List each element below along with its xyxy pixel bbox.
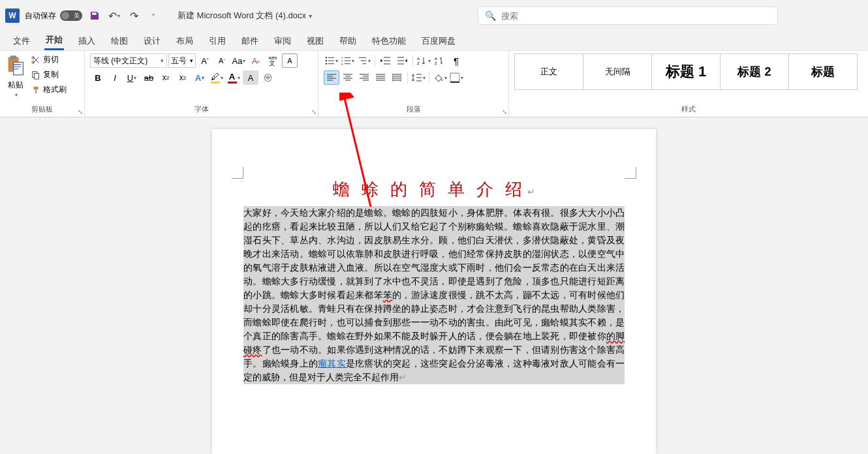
highlight-icon: 🖊 [211, 72, 219, 82]
word-app-icon: W [5, 8, 20, 23]
undo-button[interactable]: ↶▾ [107, 8, 121, 23]
style-heading1[interactable]: 标题 1 [651, 53, 721, 90]
svg-text:1: 1 [341, 57, 343, 59]
search-box[interactable]: 🔍 [478, 7, 778, 25]
numbering-button[interactable]: 123▾ [340, 53, 356, 68]
align-right-button[interactable] [356, 70, 372, 85]
align-justify-button[interactable] [373, 70, 388, 85]
clipboard-group-label: 剪贴板 [5, 104, 79, 115]
tab-references[interactable]: 引用 [208, 33, 227, 50]
svg-text:A: A [417, 57, 420, 61]
qat-customize[interactable]: ⁼ [146, 8, 161, 23]
tab-special[interactable]: 特色功能 [371, 33, 407, 50]
chevron-down-icon: ▾ [190, 57, 193, 64]
multilevel-list-button[interactable]: ▾ [356, 53, 372, 68]
clipboard-dialog-launcher[interactable]: ⤡ [78, 108, 83, 115]
paragraph-dialog-launcher[interactable]: ⤡ [502, 108, 507, 115]
tab-mailings[interactable]: 邮件 [240, 33, 260, 50]
bold-button[interactable]: B [90, 70, 106, 85]
svg-text:Z: Z [417, 61, 420, 65]
sortaz-button[interactable]: AZ▾ [416, 53, 431, 68]
autosave-toggle[interactable]: 自动保存 关 [25, 10, 82, 22]
tab-design[interactable]: 设计 [142, 33, 162, 50]
tab-layout[interactable]: 布局 [175, 33, 194, 50]
autosave-state: 关 [74, 12, 80, 20]
char-border-button[interactable]: A [282, 53, 298, 68]
decrease-indent-button[interactable] [378, 53, 394, 68]
clear-format-button[interactable]: Aᵩ [248, 53, 264, 68]
save-button[interactable] [87, 8, 102, 23]
svg-point-9 [326, 63, 327, 65]
svg-rect-1 [10, 55, 16, 59]
highlight-button[interactable]: 🖊▾ [209, 70, 225, 85]
char-shading-button[interactable]: A [243, 70, 258, 85]
font-dialog-launcher[interactable]: ⤡ [311, 108, 317, 115]
tab-insert[interactable]: 插入 [77, 33, 97, 50]
phonetic-button[interactable]: wén文 [265, 53, 281, 68]
superscript-button[interactable]: x2 [175, 70, 191, 85]
style-no-spacing[interactable]: 无间隔 [583, 53, 652, 90]
show-marks-button[interactable]: ¶ [448, 53, 464, 68]
svg-rect-17 [450, 73, 459, 82]
style-normal[interactable]: 正文 [514, 53, 583, 90]
styles-gallery[interactable]: 正文 无间隔 标题 1 标题 2 标题 [514, 53, 863, 90]
svg-text:3: 3 [341, 63, 343, 65]
format-painter-label: 格式刷 [43, 84, 67, 95]
tab-draw[interactable]: 绘图 [110, 33, 129, 50]
align-center-button[interactable] [340, 70, 356, 85]
increase-indent-button[interactable] [394, 53, 410, 68]
svg-text:Z: Z [435, 61, 437, 65]
bucket-icon [433, 72, 444, 83]
enclose-char-button[interactable]: ㊥ [260, 70, 275, 85]
style-heading[interactable]: 标题 [788, 53, 858, 90]
italic-button[interactable]: I [107, 70, 123, 85]
bullets-button[interactable]: ▾ [324, 53, 339, 68]
font-size-select[interactable]: 五号 ▾ [168, 53, 196, 68]
paragraph-group-label: 段落 [324, 104, 503, 115]
copy-button[interactable]: 复制 [30, 68, 68, 81]
search-icon: 🔍 [485, 10, 496, 21]
strikethrough-button[interactable]: ab [141, 70, 157, 85]
svg-rect-6 [34, 73, 39, 79]
cut-button[interactable]: 剪切 [30, 53, 68, 66]
document-body[interactable]: 大家好，今天给大家介绍的是蟾蜍。蟾蜍的四肢短小，身体肥胖。体表有很。很多大大小小… [243, 206, 625, 384]
ribbon: 粘贴 ▾ 剪切 复制 格式刷 剪贴板 ⤡ [0, 51, 868, 117]
line-spacing-button[interactable]: ▾ [411, 70, 426, 85]
copy-icon [31, 70, 40, 80]
align-left-button[interactable] [324, 70, 339, 85]
shrink-font-button[interactable]: Aˇ [214, 53, 230, 68]
tab-help[interactable]: 帮助 [338, 33, 358, 50]
align-distribute-button[interactable] [389, 70, 405, 85]
sort-button[interactable]: AZ [432, 53, 448, 68]
font-color-button[interactable]: A▾ [226, 70, 241, 85]
tab-view[interactable]: 视图 [305, 33, 325, 50]
font-group-label: 字体 [90, 104, 313, 115]
borders-button[interactable]: ▾ [448, 70, 464, 85]
tab-file[interactable]: 文件 [12, 33, 31, 50]
tab-home[interactable]: 开始 [44, 31, 64, 50]
document-area[interactable]: 蟾蜍的简单介绍↵ 大家好，今天给大家介绍的是蟾蜍。蟾蜍的四肢短小，身体肥胖。体表… [0, 117, 868, 454]
grow-font-button[interactable]: Aˆ [197, 53, 213, 68]
brush-icon [31, 85, 40, 95]
format-painter-button[interactable]: 格式刷 [30, 83, 68, 96]
document-heading[interactable]: 蟾蜍的简单介绍↵ [243, 178, 625, 201]
paste-button[interactable]: 粘贴 ▾ [5, 53, 26, 99]
svg-point-8 [326, 60, 327, 61]
underline-button[interactable]: U▾ [124, 70, 140, 85]
change-case-button[interactable]: Aa▾ [231, 53, 247, 68]
chevron-down-icon: ▾ [15, 92, 18, 98]
document-title-dropdown[interactable]: 新建 Microsoft Word 文档 (4).docx ▾ [178, 10, 312, 22]
subscript-button[interactable]: x2 [158, 70, 174, 85]
crop-mark [232, 167, 243, 179]
text-effects-button[interactable]: A▾ [192, 70, 208, 85]
ribbon-tabs: 文件 开始 插入 绘图 设计 布局 引用 邮件 审阅 视图 帮助 特色功能 百度… [0, 31, 868, 51]
shading-button[interactable]: ▾ [432, 70, 448, 85]
search-input[interactable] [501, 11, 771, 21]
style-heading2[interactable]: 标题 2 [720, 53, 789, 90]
tab-baidu[interactable]: 百度网盘 [420, 33, 457, 50]
tab-review[interactable]: 审阅 [273, 33, 292, 50]
page: 蟾蜍的简单介绍↵ 大家好，今天给大家介绍的是蟾蜍。蟾蜍的四肢短小，身体肥胖。体表… [212, 129, 656, 454]
font-name-select[interactable]: 等线 (中文正文) ▾ [90, 53, 167, 68]
redo-button[interactable]: ↷ [127, 8, 141, 23]
svg-point-7 [326, 57, 327, 58]
